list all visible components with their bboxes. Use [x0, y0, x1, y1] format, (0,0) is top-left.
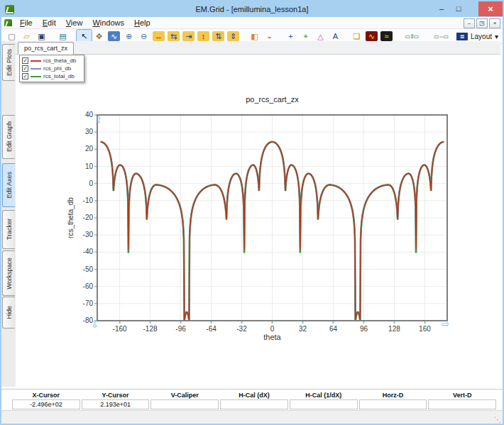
x-tick-label: -128 — [143, 325, 158, 333]
minimize-button[interactable]: – — [433, 1, 450, 16]
chevron-down-icon: ▾ — [495, 33, 498, 40]
legend-checkbox[interactable]: ✓ — [22, 57, 28, 64]
status-value: -2.496e+02 — [12, 399, 80, 409]
legend-line-swatch — [31, 68, 41, 70]
document-logo-icon — [4, 19, 12, 27]
graph-canvas[interactable]: po_rcs_cart_zx ✓rcs_theta_db✓rcs_phi_db✓… — [16, 41, 500, 388]
x-tick-label: -64 — [206, 325, 217, 333]
y-tick-label: -70 — [83, 299, 94, 307]
y-tick-label: -10 — [83, 197, 94, 204]
y-tick-label: 40 — [85, 111, 94, 118]
y-tick-label: -50 — [83, 265, 94, 273]
status-header: Horz-D — [358, 390, 428, 399]
x-tick-label: 0 — [270, 325, 275, 333]
status-header: Y-Cursor — [81, 390, 150, 399]
status-header: X-Cursor — [11, 390, 81, 399]
y-tick-label: 0 — [89, 180, 93, 187]
x-tick-label: 128 — [388, 325, 400, 333]
legend-row: ✓rcs_total_db — [22, 72, 82, 80]
title-bar: EM.Grid - [emillumina_lesson1a] — [1, 1, 503, 17]
y-tick-label: 10 — [85, 162, 94, 170]
menu-item-help[interactable]: Help — [129, 17, 155, 28]
sidebar-item-edit-plots[interactable]: Edit Plots — [2, 44, 15, 81]
sidebar-tabstrip: Edit PlotsEdit GraphEdit AxesTrackerWork… — [1, 41, 16, 387]
legend-line-swatch — [31, 60, 41, 62]
legend-checkbox[interactable]: ✓ — [22, 65, 28, 72]
y-tick-label: -60 — [83, 282, 94, 290]
y-tick-label: -30 — [83, 231, 94, 238]
mdi-close-button[interactable]: × — [489, 18, 500, 28]
legend-row: ✓rcs_theta_db — [22, 57, 82, 65]
axis-handle-top-left[interactable]: ⇧ — [94, 114, 102, 125]
sidebar-item-edit-axes[interactable]: Edit Axes — [2, 163, 15, 207]
app-window: EM.Grid - [emillumina_lesson1a] – □ × Fi… — [0, 0, 504, 425]
layout-dropdown[interactable]: ≣Layout▾ — [456, 33, 498, 40]
menu-item-edit[interactable]: Edit — [38, 17, 61, 28]
sidebar-item-tracker[interactable]: Tracker — [2, 210, 15, 249]
sidebar-item-workspace[interactable]: Workspace — [2, 250, 15, 296]
cursor-status-bar: X-CursorY-CursorV-CaliperH-Cal (dX)H-Cal… — [11, 390, 497, 409]
status-strip: ⋱ — [1, 410, 503, 424]
legend-label: rcs_phi_db — [43, 65, 71, 72]
status-value — [428, 399, 496, 409]
app-logo-icon — [5, 5, 14, 14]
x-tick-label: -32 — [236, 325, 247, 333]
status-header: H-Cal (1/dX) — [289, 390, 358, 399]
menu-item-view[interactable]: View — [61, 17, 88, 28]
legend-label: rcs_total_db — [43, 73, 75, 79]
status-value: 2.193e+01 — [82, 399, 150, 409]
y-tick-label: -40 — [83, 248, 94, 255]
x-tick-label: -96 — [175, 325, 186, 333]
layout-icon: ≣ — [456, 33, 468, 40]
legend-label: rcs_theta_db — [43, 57, 76, 64]
mdi-minimize-button[interactable]: – — [464, 18, 475, 28]
window-title: EM.Grid - [emillumina_lesson1a] — [1, 5, 503, 13]
y-tick-label: 20 — [85, 145, 94, 153]
legend-row: ✓rcs_phi_db — [22, 65, 82, 72]
plot-area[interactable]: -160-128-96-64-320326496128160403020100-… — [16, 41, 500, 388]
y-tick-label: 30 — [85, 128, 94, 136]
menu-item-file[interactable]: File — [15, 17, 38, 28]
status-header: Vert-D — [427, 390, 497, 399]
legend-checkbox[interactable]: ✓ — [22, 73, 28, 79]
menu-bar: FileEditViewWindowsHelp – ◳ × — [1, 17, 503, 29]
maximize-button[interactable]: □ — [450, 1, 467, 16]
mdi-controls: – ◳ × — [464, 18, 500, 28]
x-tick-label: 32 — [299, 325, 307, 333]
mdi-restore-button[interactable]: ◳ — [476, 18, 488, 28]
legend-box[interactable]: ✓rcs_theta_db✓rcs_phi_db✓rcs_total_db — [19, 55, 84, 82]
status-value — [359, 399, 427, 409]
status-value — [150, 399, 219, 409]
axis-handle-bottom-right[interactable]: ⇨ — [442, 319, 449, 329]
sidebar-item-edit-graph[interactable]: Edit Graph — [2, 115, 15, 159]
x-tick-label: 160 — [419, 325, 431, 333]
resize-grip[interactable]: ⋱ — [494, 416, 501, 424]
x-tick-label: 96 — [360, 325, 368, 333]
status-header: V-Caliper — [150, 390, 219, 399]
menu-item-windows[interactable]: Windows — [87, 17, 129, 28]
axis-handle-bottom-left[interactable]: ⇩ — [91, 319, 99, 330]
status-value — [290, 399, 358, 409]
status-value — [220, 399, 288, 409]
x-tick-label: 64 — [329, 325, 338, 333]
status-header: H-Cal (dX) — [219, 390, 289, 399]
y-tick-label: -20 — [83, 214, 94, 221]
legend-line-swatch — [31, 76, 41, 77]
close-button[interactable]: × — [478, 1, 503, 16]
layout-label: Layout — [471, 33, 492, 40]
x-tick-label: -160 — [113, 325, 127, 333]
sidebar-item-hide[interactable]: Hide — [2, 297, 15, 329]
status-separator — [1, 389, 503, 390]
